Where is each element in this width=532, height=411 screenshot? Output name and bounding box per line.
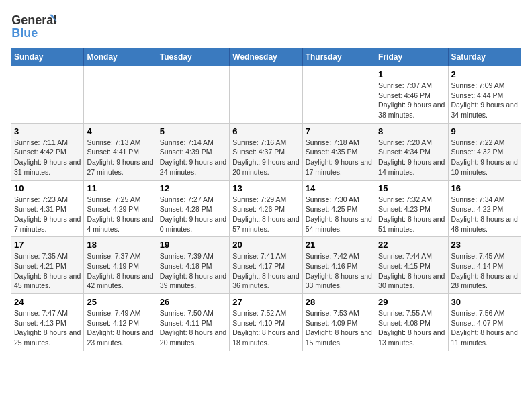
day-number: 16 bbox=[451, 183, 518, 193]
day-detail: Sunrise: 7:13 AM Sunset: 4:41 PM Dayligh… bbox=[87, 138, 153, 177]
calendar-cell: 5Sunrise: 7:14 AM Sunset: 4:39 PM Daylig… bbox=[157, 123, 229, 180]
day-detail: Sunrise: 7:50 AM Sunset: 4:11 PM Dayligh… bbox=[160, 308, 226, 348]
calendar-cell: 14Sunrise: 7:30 AM Sunset: 4:25 PM Dayli… bbox=[302, 180, 375, 237]
day-number: 29 bbox=[378, 297, 445, 307]
day-detail: Sunrise: 7:23 AM Sunset: 4:31 PM Dayligh… bbox=[14, 195, 81, 234]
calendar-cell: 6Sunrise: 7:16 AM Sunset: 4:37 PM Daylig… bbox=[230, 123, 302, 180]
day-number: 24 bbox=[14, 297, 81, 307]
calendar-cell: 4Sunrise: 7:13 AM Sunset: 4:41 PM Daylig… bbox=[84, 123, 157, 180]
calendar-cell: 7Sunrise: 7:18 AM Sunset: 4:35 PM Daylig… bbox=[302, 123, 375, 180]
calendar-cell: 11Sunrise: 7:25 AM Sunset: 4:29 PM Dayli… bbox=[84, 180, 157, 237]
day-detail: Sunrise: 7:29 AM Sunset: 4:26 PM Dayligh… bbox=[232, 195, 299, 234]
day-number: 27 bbox=[232, 297, 299, 307]
col-header-thursday: Thursday bbox=[302, 48, 375, 66]
col-header-friday: Friday bbox=[375, 48, 448, 66]
calendar-cell: 20Sunrise: 7:41 AM Sunset: 4:17 PM Dayli… bbox=[230, 237, 302, 294]
calendar-cell: 21Sunrise: 7:42 AM Sunset: 4:16 PM Dayli… bbox=[302, 237, 375, 294]
day-number: 12 bbox=[160, 183, 226, 193]
day-detail: Sunrise: 7:42 AM Sunset: 4:16 PM Dayligh… bbox=[306, 251, 372, 291]
calendar-week-1: 1Sunrise: 7:07 AM Sunset: 4:46 PM Daylig… bbox=[11, 66, 521, 124]
calendar-cell: 25Sunrise: 7:49 AM Sunset: 4:12 PM Dayli… bbox=[84, 294, 157, 351]
day-detail: Sunrise: 7:41 AM Sunset: 4:17 PM Dayligh… bbox=[232, 251, 299, 291]
calendar-cell: 28Sunrise: 7:53 AM Sunset: 4:09 PM Dayli… bbox=[302, 294, 375, 351]
day-number: 22 bbox=[378, 240, 445, 250]
calendar-cell: 1Sunrise: 7:07 AM Sunset: 4:46 PM Daylig… bbox=[375, 66, 448, 124]
day-detail: Sunrise: 7:07 AM Sunset: 4:46 PM Dayligh… bbox=[378, 81, 445, 120]
day-detail: Sunrise: 7:53 AM Sunset: 4:09 PM Dayligh… bbox=[306, 308, 372, 348]
calendar-cell: 17Sunrise: 7:35 AM Sunset: 4:21 PM Dayli… bbox=[11, 237, 84, 294]
calendar-header-row: SundayMondayTuesdayWednesdayThursdayFrid… bbox=[11, 48, 521, 66]
calendar-cell: 12Sunrise: 7:27 AM Sunset: 4:28 PM Dayli… bbox=[157, 180, 229, 237]
day-detail: Sunrise: 7:39 AM Sunset: 4:18 PM Dayligh… bbox=[160, 251, 226, 291]
day-detail: Sunrise: 7:55 AM Sunset: 4:08 PM Dayligh… bbox=[378, 308, 445, 348]
calendar-cell: 13Sunrise: 7:29 AM Sunset: 4:26 PM Dayli… bbox=[230, 180, 302, 237]
day-number: 28 bbox=[306, 297, 372, 307]
col-header-sunday: Sunday bbox=[11, 48, 84, 66]
calendar-cell: 24Sunrise: 7:47 AM Sunset: 4:13 PM Dayli… bbox=[11, 294, 84, 351]
calendar-cell: 9Sunrise: 7:22 AM Sunset: 4:32 PM Daylig… bbox=[448, 123, 521, 180]
calendar: SundayMondayTuesdayWednesdayThursdayFrid… bbox=[11, 48, 521, 351]
day-detail: Sunrise: 7:11 AM Sunset: 4:42 PM Dayligh… bbox=[14, 138, 81, 177]
calendar-cell: 10Sunrise: 7:23 AM Sunset: 4:31 PM Dayli… bbox=[11, 180, 84, 237]
calendar-cell: 23Sunrise: 7:45 AM Sunset: 4:14 PM Dayli… bbox=[448, 237, 521, 294]
calendar-cell: 22Sunrise: 7:44 AM Sunset: 4:15 PM Dayli… bbox=[375, 237, 448, 294]
col-header-wednesday: Wednesday bbox=[230, 48, 302, 66]
day-number: 1 bbox=[378, 69, 445, 79]
day-number: 26 bbox=[160, 297, 226, 307]
calendar-cell: 26Sunrise: 7:50 AM Sunset: 4:11 PM Dayli… bbox=[157, 294, 229, 351]
day-detail: Sunrise: 7:27 AM Sunset: 4:28 PM Dayligh… bbox=[160, 195, 226, 234]
day-number: 2 bbox=[451, 69, 518, 79]
day-number: 19 bbox=[160, 240, 226, 250]
calendar-cell bbox=[11, 66, 84, 124]
calendar-cell bbox=[84, 66, 157, 124]
day-number: 9 bbox=[451, 126, 518, 136]
svg-text:General: General bbox=[11, 13, 56, 27]
calendar-cell: 16Sunrise: 7:34 AM Sunset: 4:22 PM Dayli… bbox=[448, 180, 521, 237]
calendar-cell: 8Sunrise: 7:20 AM Sunset: 4:34 PM Daylig… bbox=[375, 123, 448, 180]
header: GeneralBlue bbox=[11, 11, 521, 41]
day-detail: Sunrise: 7:52 AM Sunset: 4:10 PM Dayligh… bbox=[232, 308, 299, 348]
day-detail: Sunrise: 7:30 AM Sunset: 4:25 PM Dayligh… bbox=[306, 195, 372, 234]
col-header-tuesday: Tuesday bbox=[157, 48, 229, 66]
calendar-cell: 18Sunrise: 7:37 AM Sunset: 4:19 PM Dayli… bbox=[84, 237, 157, 294]
day-detail: Sunrise: 7:37 AM Sunset: 4:19 PM Dayligh… bbox=[87, 251, 153, 291]
day-number: 20 bbox=[232, 240, 299, 250]
day-detail: Sunrise: 7:49 AM Sunset: 4:12 PM Dayligh… bbox=[87, 308, 153, 348]
calendar-week-4: 17Sunrise: 7:35 AM Sunset: 4:21 PM Dayli… bbox=[11, 237, 521, 294]
day-detail: Sunrise: 7:22 AM Sunset: 4:32 PM Dayligh… bbox=[451, 138, 518, 177]
day-number: 3 bbox=[14, 126, 81, 136]
day-number: 8 bbox=[378, 126, 445, 136]
day-detail: Sunrise: 7:20 AM Sunset: 4:34 PM Dayligh… bbox=[378, 138, 445, 177]
calendar-week-5: 24Sunrise: 7:47 AM Sunset: 4:13 PM Dayli… bbox=[11, 294, 521, 351]
logo: GeneralBlue bbox=[11, 11, 58, 41]
day-number: 11 bbox=[87, 183, 153, 193]
day-detail: Sunrise: 7:14 AM Sunset: 4:39 PM Dayligh… bbox=[160, 138, 226, 177]
calendar-week-2: 3Sunrise: 7:11 AM Sunset: 4:42 PM Daylig… bbox=[11, 123, 521, 180]
day-number: 7 bbox=[306, 126, 372, 136]
day-detail: Sunrise: 7:47 AM Sunset: 4:13 PM Dayligh… bbox=[14, 308, 81, 348]
calendar-cell bbox=[302, 66, 375, 124]
day-detail: Sunrise: 7:35 AM Sunset: 4:21 PM Dayligh… bbox=[14, 251, 81, 291]
col-header-monday: Monday bbox=[84, 48, 157, 66]
day-number: 17 bbox=[14, 240, 81, 250]
calendar-cell: 3Sunrise: 7:11 AM Sunset: 4:42 PM Daylig… bbox=[11, 123, 84, 180]
day-detail: Sunrise: 7:16 AM Sunset: 4:37 PM Dayligh… bbox=[232, 138, 299, 177]
calendar-cell: 30Sunrise: 7:56 AM Sunset: 4:07 PM Dayli… bbox=[448, 294, 521, 351]
day-detail: Sunrise: 7:45 AM Sunset: 4:14 PM Dayligh… bbox=[451, 251, 518, 291]
col-header-saturday: Saturday bbox=[448, 48, 521, 66]
calendar-cell: 2Sunrise: 7:09 AM Sunset: 4:44 PM Daylig… bbox=[448, 66, 521, 124]
day-number: 21 bbox=[306, 240, 372, 250]
calendar-cell: 27Sunrise: 7:52 AM Sunset: 4:10 PM Dayli… bbox=[230, 294, 302, 351]
calendar-cell: 29Sunrise: 7:55 AM Sunset: 4:08 PM Dayli… bbox=[375, 294, 448, 351]
calendar-cell bbox=[230, 66, 302, 124]
day-number: 23 bbox=[451, 240, 518, 250]
day-detail: Sunrise: 7:44 AM Sunset: 4:15 PM Dayligh… bbox=[378, 251, 445, 291]
day-number: 25 bbox=[87, 297, 153, 307]
day-number: 14 bbox=[306, 183, 372, 193]
day-number: 30 bbox=[451, 297, 518, 307]
day-detail: Sunrise: 7:34 AM Sunset: 4:22 PM Dayligh… bbox=[451, 195, 518, 234]
day-number: 10 bbox=[14, 183, 81, 193]
svg-text:Blue: Blue bbox=[11, 26, 38, 40]
day-detail: Sunrise: 7:18 AM Sunset: 4:35 PM Dayligh… bbox=[306, 138, 372, 177]
day-detail: Sunrise: 7:25 AM Sunset: 4:29 PM Dayligh… bbox=[87, 195, 153, 234]
